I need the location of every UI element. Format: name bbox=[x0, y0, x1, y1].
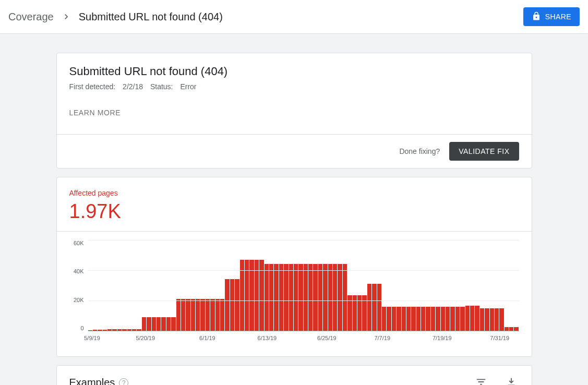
y-tick: 40K bbox=[74, 268, 84, 274]
chart-bar bbox=[103, 330, 107, 331]
chart-bar bbox=[323, 264, 327, 331]
filter-icon bbox=[475, 381, 487, 385]
examples-title: Examples bbox=[69, 377, 115, 385]
learn-more-link[interactable]: LEARN MORE bbox=[69, 109, 121, 117]
help-icon[interactable]: ? bbox=[119, 378, 128, 386]
chart-bar bbox=[152, 317, 156, 331]
chart-bar bbox=[122, 329, 126, 331]
chart-bar bbox=[191, 299, 195, 331]
chart-bar bbox=[426, 307, 430, 331]
header-bar: Coverage Submitted URL not found (404) S… bbox=[0, 0, 588, 33]
chart-bar bbox=[220, 299, 224, 331]
chart-bar bbox=[176, 299, 181, 331]
chart-bar bbox=[186, 299, 190, 331]
chart-bar bbox=[436, 307, 440, 331]
breadcrumb-leaf: Submitted URL not found (404) bbox=[79, 11, 223, 23]
gridline bbox=[88, 270, 519, 271]
chart-bar bbox=[171, 317, 175, 331]
chart-bar bbox=[157, 317, 161, 331]
chart-bar bbox=[480, 308, 484, 331]
chart-bar bbox=[431, 307, 435, 331]
chart-plot bbox=[88, 240, 519, 331]
validate-fix-button[interactable]: VALIDATE FIX bbox=[449, 142, 519, 161]
x-tick: 7/7/19 bbox=[374, 335, 390, 341]
x-tick: 7/31/19 bbox=[490, 335, 509, 341]
chart-bar bbox=[367, 284, 371, 331]
y-axis: 60K40K20K0 bbox=[69, 240, 88, 331]
chart-bar bbox=[269, 264, 273, 331]
chart-bar bbox=[318, 264, 322, 331]
chart-bar bbox=[441, 307, 445, 331]
chevron-right-icon bbox=[61, 11, 71, 22]
chart-bar bbox=[117, 329, 122, 331]
chart-bar bbox=[206, 299, 210, 331]
chart-bar bbox=[505, 327, 509, 331]
chart-bar bbox=[142, 317, 146, 331]
chart-bar bbox=[421, 307, 425, 331]
chart-bar bbox=[509, 327, 513, 331]
download-button[interactable] bbox=[503, 374, 519, 385]
metric-label: Affected pages bbox=[69, 189, 519, 197]
chart-bar bbox=[107, 329, 112, 331]
chart-bar bbox=[377, 284, 381, 331]
chart-bar bbox=[225, 279, 229, 331]
chart-bar bbox=[475, 306, 479, 331]
breadcrumb-root[interactable]: Coverage bbox=[8, 11, 54, 23]
chart-bar bbox=[161, 317, 165, 331]
x-tick: 6/1/19 bbox=[199, 335, 215, 341]
chart-bar bbox=[382, 307, 386, 331]
y-tick: 60K bbox=[74, 240, 84, 246]
chart-bars bbox=[88, 240, 519, 331]
gridline bbox=[88, 240, 519, 240]
y-tick: 0 bbox=[80, 325, 83, 331]
gridline bbox=[88, 300, 519, 301]
chart-bar bbox=[166, 317, 171, 331]
chart-bar bbox=[406, 307, 411, 331]
done-fixing-label: Done fixing? bbox=[399, 147, 440, 155]
chart-bar bbox=[411, 307, 415, 331]
chart-bar bbox=[137, 329, 141, 331]
chart-bar bbox=[200, 299, 205, 331]
chart-bar bbox=[230, 279, 234, 331]
chart-bar bbox=[392, 307, 396, 331]
chart-bar bbox=[450, 307, 454, 331]
x-tick: 7/19/19 bbox=[433, 335, 452, 341]
chart-bar bbox=[279, 264, 283, 331]
chart-bar bbox=[446, 307, 450, 331]
chart-bar bbox=[490, 308, 494, 331]
chart-bar bbox=[343, 264, 347, 331]
chart-bar bbox=[112, 329, 116, 331]
chart-bar bbox=[328, 264, 332, 331]
x-tick: 6/13/19 bbox=[258, 335, 277, 341]
chart-bar bbox=[88, 330, 92, 331]
chart-bar bbox=[465, 306, 470, 331]
chart-bar bbox=[416, 307, 421, 331]
chart-bar bbox=[274, 264, 278, 331]
chart-bar bbox=[147, 317, 151, 331]
chart-bar bbox=[313, 264, 317, 331]
chart-bar bbox=[455, 307, 460, 331]
chart-bar bbox=[514, 327, 518, 331]
issue-subtitle: First detected: 2/2/18 Status: Error bbox=[69, 82, 519, 91]
y-tick: 20K bbox=[74, 297, 84, 303]
share-button[interactable]: SHARE bbox=[523, 7, 580, 26]
chart-bar bbox=[485, 308, 489, 331]
filter-button[interactable] bbox=[473, 374, 489, 385]
x-tick: 6/25/19 bbox=[317, 335, 337, 341]
chart-bar bbox=[304, 264, 308, 331]
chart-bar bbox=[499, 308, 503, 331]
chart-bar bbox=[181, 299, 185, 331]
chart-bar bbox=[132, 329, 136, 331]
issue-title: Submitted URL not found (404) bbox=[69, 65, 519, 78]
chart-bar bbox=[308, 264, 313, 331]
chart-card: Affected pages 1.97K 60K40K20K0 5/9/195/… bbox=[56, 177, 532, 357]
x-tick: 5/9/19 bbox=[84, 335, 100, 341]
chart-bar bbox=[460, 307, 464, 331]
chart-bar bbox=[387, 307, 391, 331]
chart-bar bbox=[289, 264, 293, 331]
breadcrumb: Coverage Submitted URL not found (404) bbox=[8, 11, 223, 23]
chart-bar bbox=[215, 299, 220, 331]
x-axis: 5/9/195/20/196/1/196/13/196/25/197/7/197… bbox=[92, 331, 519, 345]
chart-bar bbox=[235, 279, 239, 331]
chart-bar bbox=[402, 307, 406, 331]
